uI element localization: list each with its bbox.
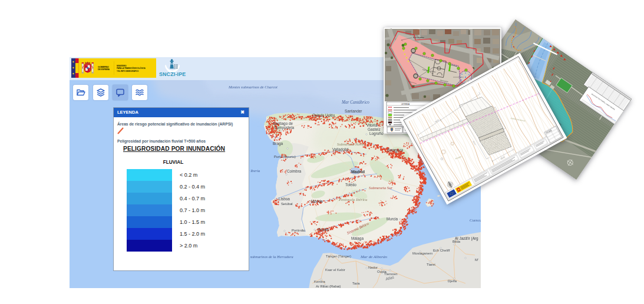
svg-text:Pista deportiva: Pista deportiva [413,37,424,39]
svg-text:Vitoria-: Vitoria- [366,123,378,127]
svg-text:Tánger (Tánger): Tánger (Tánger) [326,255,351,258]
svg-text:Montes submarinos de Charcot: Montes submarinos de Charcot [228,85,278,89]
svg-text:Kenitra: Kenitra [314,280,325,283]
svg-text:Mostaganem: Mostaganem [412,252,432,255]
svg-text:LEYENDA: LEYENDA [401,103,409,105]
svg-text:Lisboa: Lisboa [279,197,290,201]
svg-text:Compostela: Compostela [274,125,295,130]
svg-text:Mérida: Mérida [311,199,323,203]
svg-text:PARA LA TRANSICIÓN ECOLÓGICA: PARA LA TRANSICIÓN ECOLÓGICA [117,67,146,70]
svg-text:Submeseta Sur: Submeseta Sur [369,186,393,190]
svg-text:Al Jazā'ir (Arg: Al Jazā'ir (Arg [455,236,478,241]
svg-text:Submeseta Norte: Submeseta Norte [337,142,364,146]
svg-text:Setúbal: Setúbal [281,202,293,206]
svg-text:Logroño: Logroño [369,131,384,136]
svg-text:Valladolid: Valladolid [332,147,349,151]
svg-text:Ech Cheliff: Ech Cheliff [433,249,450,252]
svg-text:Braga: Braga [273,141,283,146]
svg-text:Zaragoza: Zaragoza [387,148,403,153]
svg-text:Cuenca: Cuenca [470,218,481,222]
svg-text:Portimão: Portimão [292,229,305,232]
svg-text:Ksar el Kebir: Ksar el Kebir [325,268,345,272]
svg-text:Gasteiz: Gasteiz [368,127,381,131]
svg-text:Murcia: Murcia [387,217,398,221]
svg-text:Toledo: Toledo [345,183,356,187]
svg-text:Madrid: Madrid [351,170,365,174]
svg-text:Santander: Santander [345,109,362,113]
svg-text:Oviedo Uviéu: Oviedo Uviéu [312,113,335,117]
svg-text:M': M' [475,258,478,262]
svg-text:Sevilla: Sevilla [318,227,329,232]
svg-text:Nador: Nador [368,266,378,269]
svg-text:Porto (Oporto): Porto (Oporto) [274,155,296,158]
svg-text:Djelfa: Djelfa [448,279,457,283]
svg-text:DE ESPAÑA: DE ESPAÑA [98,68,110,71]
svg-text:Península Ibérica: Península Ibérica [338,197,368,201]
svg-text:Y EL RETO DEMOGRÁFICO: Y EL RETO DEMOGRÁFICO [117,70,139,72]
svg-text:Ar Ribat (Rabat): Ar Ribat (Rabat) [316,285,341,288]
svg-text:GOBIERNO: GOBIERNO [98,66,109,68]
svg-text:Tiaret: Tiaret [427,263,435,266]
svg-text:Mar Cantábrico: Mar Cantábrico [341,100,369,105]
svg-text:Mar de Alborán: Mar de Alborán [360,255,387,259]
svg-text:Coimbra: Coimbra [287,169,302,173]
svg-text:Taza: Taza [352,282,360,285]
svg-text:Málaga: Málaga [351,236,364,241]
